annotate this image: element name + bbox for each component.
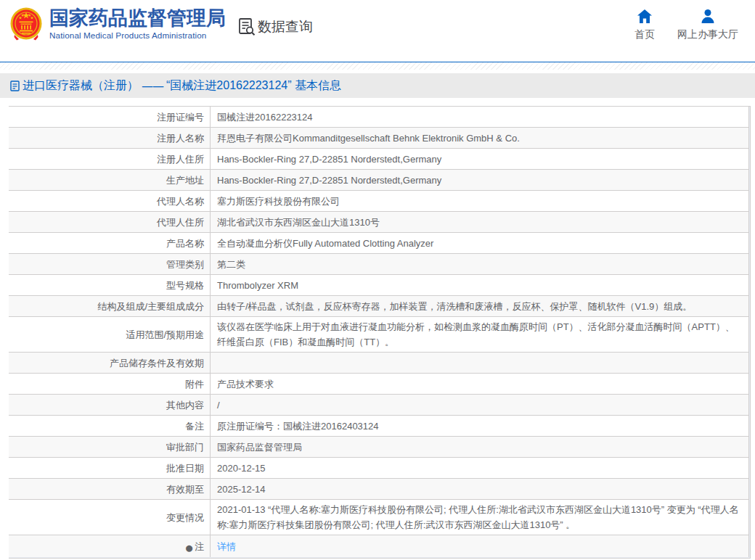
row-value: 2020-12-15 xyxy=(211,458,749,478)
breadcrumb-title: “国械注进20162223124” 基本信息 xyxy=(166,78,341,94)
details-link[interactable]: 详情 xyxy=(217,539,741,554)
row-label: 适用范围/预期用途 xyxy=(9,317,210,352)
row-label: 代理人名称 xyxy=(9,191,210,211)
row-label: 变更情况 xyxy=(9,500,210,535)
table-row: 结构及组成/主要组成成分由转子/样品盘，试剂盘，反应杯寄存器，加样装置，清洗槽和… xyxy=(9,296,749,317)
table-row: 管理类别第二类 xyxy=(9,254,749,275)
top-nav: 首页 网上办事大厅 xyxy=(634,9,738,41)
row-label: 型号规格 xyxy=(9,275,210,295)
row-label: 注册人住所 xyxy=(9,149,210,169)
row-label-text: 注 xyxy=(195,539,204,554)
row-value: 第二类 xyxy=(211,254,749,274)
nav-service-hall[interactable]: 网上办事大厅 xyxy=(677,9,738,41)
table-row: 产品储存条件及有效期 xyxy=(9,353,749,374)
row-label: 注册证编号 xyxy=(9,107,210,127)
row-value: 拜恩电子有限公司Kommanditgesellschaft Behnk Elek… xyxy=(211,128,749,148)
table-row: 注册人住所Hans-Bockler-Ring 27,D-22851 Norder… xyxy=(9,149,749,170)
site-header: 国家药品监督管理局 National Medical Products Admi… xyxy=(0,0,755,62)
row-value: 产品技术要求 xyxy=(211,374,749,394)
table-row: 其他内容/ xyxy=(9,395,749,416)
row-value: 国家药品监督管理局 xyxy=(211,437,749,457)
row-value: Hans-Bockler-Ring 27,D-22851 Norderstedt… xyxy=(211,149,749,169)
table-row: 批准日期2020-12-15 xyxy=(9,458,749,479)
row-value: 该仪器在医学临床上用于对血液进行凝血功能分析，如检测血浆的凝血酶原时间（PT）、… xyxy=(211,317,749,352)
data-query-label: 数据查询 xyxy=(258,17,313,36)
table-row: 产品名称全自动凝血分析仪Fully Automated Clotting Ana… xyxy=(9,233,749,254)
user-icon xyxy=(701,9,715,23)
row-label: 产品名称 xyxy=(9,233,210,253)
row-label: 生产地址 xyxy=(9,170,210,190)
row-label: 产品储存条件及有效期 xyxy=(9,353,210,373)
data-query-nav[interactable]: 数据查询 xyxy=(238,17,313,36)
row-value: 全自动凝血分析仪Fully Automated Clotting Analyze… xyxy=(211,233,749,253)
row-label: ●注 xyxy=(9,535,210,557)
table-row: 型号规格Thrombolyzer XRM xyxy=(9,275,749,296)
row-value: 2021-01-13 “代理人名称:塞力斯医疗科技股份有限公司; 代理人住所:湖… xyxy=(211,500,749,535)
home-icon xyxy=(637,9,652,23)
table-row: 有效期至2025-12-14 xyxy=(9,479,749,500)
org-title: 国家药品监督管理局 xyxy=(49,8,226,29)
table-row: 生产地址Hans-Bockler-Ring 27,D-22851 Norders… xyxy=(9,170,749,191)
row-value: Thrombolyzer XRM xyxy=(211,275,749,295)
row-value: 湖北省武汉市东西湖区金山大道1310号 xyxy=(211,212,749,232)
row-label: 代理人住所 xyxy=(9,212,210,232)
note-bullet-icon: ● xyxy=(184,543,194,552)
row-value: 塞力斯医疗科技股份有限公司 xyxy=(211,191,749,211)
row-label: 注册人名称 xyxy=(9,128,210,148)
row-label: 审批部门 xyxy=(9,437,210,457)
nav-home-label: 首页 xyxy=(634,28,655,41)
nav-service-hall-label: 网上办事大厅 xyxy=(677,28,738,41)
table-row: 注册人名称拜恩电子有限公司Kommanditgesellschaft Behnk… xyxy=(9,128,749,149)
row-label: 其他内容 xyxy=(9,395,210,415)
row-label: 附件 xyxy=(9,374,210,394)
hatch-band xyxy=(0,62,755,70)
org-subtitle: National Medical Products Administration xyxy=(49,30,226,40)
row-label: 有效期至 xyxy=(9,479,210,499)
row-value: 2025-12-14 xyxy=(211,479,749,499)
row-value: 国械注进20162223124 xyxy=(211,107,749,127)
national-emblem-logo xyxy=(10,7,42,41)
table-row: ●注详情 xyxy=(9,535,749,558)
table-row: 代理人名称塞力斯医疗科技股份有限公司 xyxy=(9,191,749,212)
table-row: 备注原注册证编号：国械注进20162403124 xyxy=(9,416,749,437)
row-label: 结构及组成/主要组成成分 xyxy=(9,296,210,316)
row-label: 备注 xyxy=(9,416,210,436)
row-label: 批准日期 xyxy=(9,458,210,478)
table-row: 附件产品技术要求 xyxy=(9,374,749,395)
document-icon xyxy=(10,81,20,91)
breadcrumb-category[interactable]: 进口医疗器械（注册） xyxy=(23,78,139,94)
data-query-icon xyxy=(238,17,256,36)
breadcrumb: 进口医疗器械（注册） —— “国械注进20162223124” 基本信息 xyxy=(0,73,755,98)
row-label: 管理类别 xyxy=(9,254,210,274)
table-row: 变更情况2021-01-13 “代理人名称:塞力斯医疗科技股份有限公司; 代理人… xyxy=(9,500,749,535)
row-value: 详情 xyxy=(211,535,749,557)
table-row: 审批部门国家药品监督管理局 xyxy=(9,437,749,458)
row-value: 由转子/样品盘，试剂盘，反应杯寄存器，加样装置，清洗槽和废液槽，反应杯、保护罩、… xyxy=(211,296,749,316)
row-value: Hans-Bockler-Ring 27,D-22851 Norderstedt… xyxy=(211,170,749,190)
row-value: / xyxy=(211,395,749,415)
registration-table: 注册证编号国械注进20162223124注册人名称拜恩电子有限公司Kommand… xyxy=(9,106,751,559)
breadcrumb-dash: —— xyxy=(142,79,163,93)
table-row: 代理人住所湖北省武汉市东西湖区金山大道1310号 xyxy=(9,212,749,233)
row-value: 原注册证编号：国械注进20162403124 xyxy=(211,416,749,436)
nav-home[interactable]: 首页 xyxy=(634,9,655,41)
row-value xyxy=(211,353,749,373)
table-row: 注册证编号国械注进20162223124 xyxy=(9,107,749,128)
table-row: 适用范围/预期用途该仪器在医学临床上用于对血液进行凝血功能分析，如检测血浆的凝血… xyxy=(9,317,749,353)
